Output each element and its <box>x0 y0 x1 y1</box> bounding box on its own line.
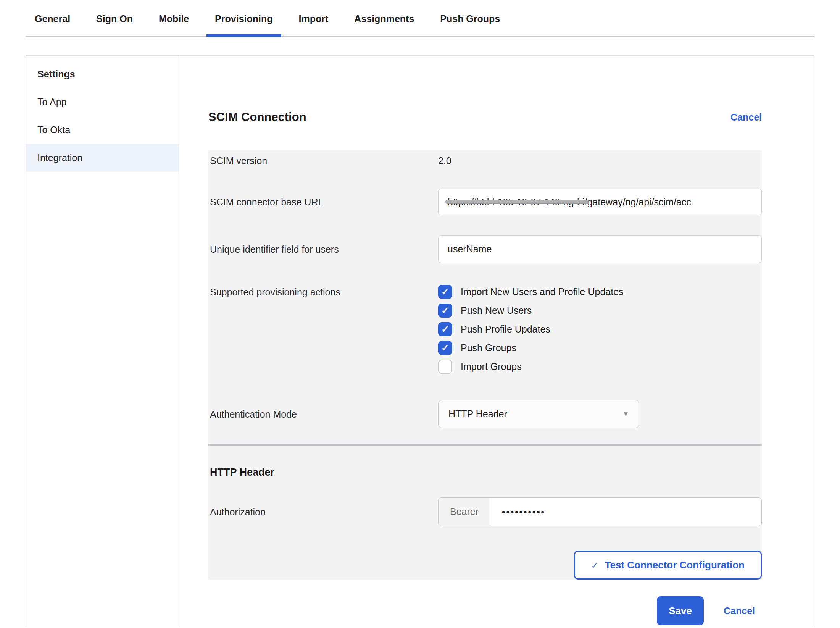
test-connector-configuration-button[interactable]: ✓ Test Connector Configuration <box>574 551 762 580</box>
app-tab-bar: General Sign On Mobile Provisioning Impo… <box>26 0 814 37</box>
check-icon: ✓ <box>441 287 449 297</box>
auth-mode-select[interactable]: HTTP Header ▼ <box>438 400 639 428</box>
cancel-link-top[interactable]: Cancel <box>730 112 762 123</box>
settings-sidebar: Settings To App To Okta Integration <box>26 56 179 627</box>
base-url-input[interactable]: https://h5l-l-195-19-67-149-ng-l-i /gate… <box>438 189 762 215</box>
checkbox-push-groups[interactable]: ✓ <box>438 341 452 355</box>
save-button[interactable]: Save <box>657 596 704 625</box>
tab-assignments[interactable]: Assignments <box>354 0 414 36</box>
authorization-input-group: Bearer •••••••••• <box>438 497 762 526</box>
sidebar-item-to-app[interactable]: To App <box>26 88 179 116</box>
sidebar-item-to-okta[interactable]: To Okta <box>26 116 179 144</box>
bearer-prefix: Bearer <box>439 498 490 526</box>
footer-actions: Save Cancel <box>208 596 762 625</box>
action-label: Import Groups <box>461 361 522 372</box>
auth-mode-label: Authentication Mode <box>210 400 438 428</box>
action-row-push-new-users: ✓ Push New Users <box>438 304 762 318</box>
http-header-section: HTTP Header Authorization Bearer •••••••… <box>208 446 762 580</box>
base-url-label: SCIM connector base URL <box>210 189 438 215</box>
check-icon: ✓ <box>441 343 449 353</box>
provisioning-card: Settings To App To Okta Integration SCIM… <box>26 55 814 627</box>
action-label: Push Groups <box>461 342 516 354</box>
tab-provisioning[interactable]: Provisioning <box>215 0 272 36</box>
action-row-import-groups: ✓ Import Groups <box>438 360 762 374</box>
action-label: Push Profile Updates <box>461 324 550 335</box>
redacted-url-segment: https://h5l-l-195-19-67-149-ng-l-i <box>448 197 585 208</box>
action-label: Import New Users and Profile Updates <box>461 286 624 297</box>
page-title: SCIM Connection <box>208 110 306 124</box>
tab-sign-on[interactable]: Sign On <box>96 0 133 36</box>
test-button-label: Test Connector Configuration <box>605 559 745 571</box>
redaction-bar <box>445 200 589 204</box>
unique-id-label: Unique identifier field for users <box>210 235 438 263</box>
cancel-link-bottom[interactable]: Cancel <box>724 605 755 617</box>
action-row-push-groups: ✓ Push Groups <box>438 341 762 355</box>
checkbox-push-new-users[interactable]: ✓ <box>438 304 452 318</box>
tab-push-groups[interactable]: Push Groups <box>440 0 500 36</box>
action-label: Push New Users <box>461 305 532 316</box>
scim-version-value: 2.0 <box>438 155 762 166</box>
sidebar-item-integration[interactable]: Integration <box>26 144 179 172</box>
base-url-visible-suffix: /gateway/ng/api/scim/acc <box>585 197 691 208</box>
check-icon: ✓ <box>591 561 598 570</box>
main-content: SCIM Connection Cancel SCIM version 2.0 … <box>179 56 814 627</box>
http-header-title: HTTP Header <box>210 467 762 478</box>
provisioning-actions-label: Supported provisioning actions <box>210 285 438 378</box>
checkbox-import-users[interactable]: ✓ <box>438 285 452 299</box>
scim-connection-form: SCIM version 2.0 SCIM connector base URL… <box>208 150 762 444</box>
auth-mode-value: HTTP Header <box>448 408 507 420</box>
unique-id-input[interactable]: userName <box>438 235 762 263</box>
check-icon: ✓ <box>441 306 449 315</box>
checkbox-import-groups[interactable]: ✓ <box>438 360 452 374</box>
authorization-label: Authorization <box>210 497 438 526</box>
chevron-down-icon: ▼ <box>622 410 629 418</box>
action-row-import-users: ✓ Import New Users and Profile Updates <box>438 285 762 299</box>
action-row-push-profile-updates: ✓ Push Profile Updates <box>438 322 762 336</box>
sidebar-header-settings: Settings <box>26 60 179 88</box>
tab-general[interactable]: General <box>35 0 70 36</box>
tab-mobile[interactable]: Mobile <box>159 0 189 36</box>
tab-import[interactable]: Import <box>299 0 329 36</box>
check-icon: ✓ <box>441 324 449 334</box>
checkbox-push-profile-updates[interactable]: ✓ <box>438 322 452 336</box>
unique-id-value: userName <box>448 244 492 255</box>
scim-version-label: SCIM version <box>210 155 438 166</box>
authorization-token-input[interactable]: •••••••••• <box>490 498 761 526</box>
